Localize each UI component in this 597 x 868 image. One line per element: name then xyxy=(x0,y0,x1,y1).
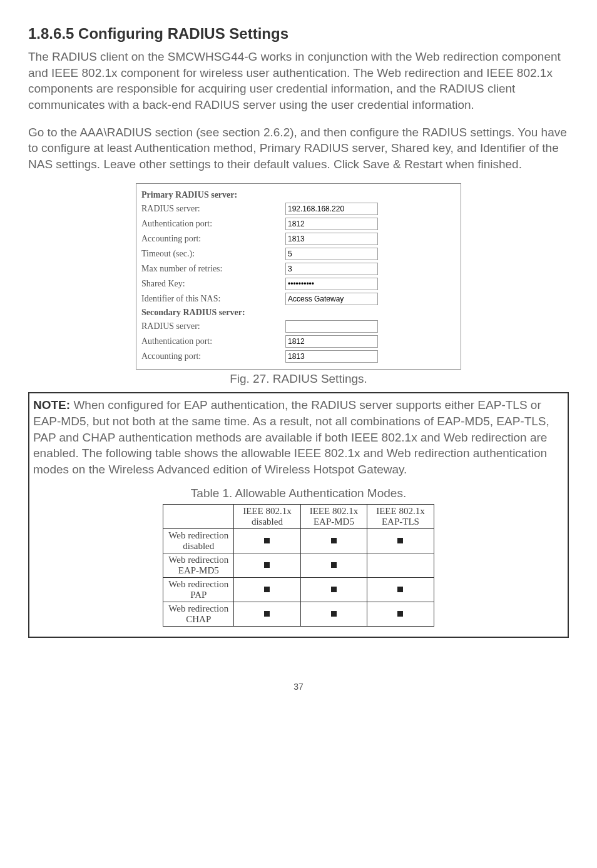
paragraph-1: The RADIUS client on the SMCWHSG44-G wor… xyxy=(28,49,569,113)
input-primary-auth-port[interactable] xyxy=(285,218,378,230)
table-cell xyxy=(300,602,367,626)
table-cell xyxy=(234,577,300,602)
check-mark-icon xyxy=(264,587,270,592)
input-primary-retries[interactable] xyxy=(285,263,378,275)
check-mark-icon xyxy=(264,538,270,543)
note-label: NOTE: xyxy=(33,398,70,411)
table-cell xyxy=(367,577,434,602)
label-timeout: Timeout (sec.): xyxy=(141,249,285,259)
table-cell xyxy=(234,553,300,577)
note-box: NOTE: When configured for EAP authentica… xyxy=(28,392,569,637)
check-mark-icon xyxy=(331,587,337,592)
table-col-header: IEEE 802.1xEAP-MD5 xyxy=(300,504,367,528)
table-cell xyxy=(367,602,434,626)
table-cell xyxy=(300,528,367,553)
table-head: IEEE 802.1xdisabledIEEE 802.1xEAP-MD5IEE… xyxy=(163,504,434,528)
label-radius-server: RADIUS server: xyxy=(141,204,285,214)
label-identifier: Identifier of this NAS: xyxy=(141,294,285,304)
input-primary-acct-port[interactable] xyxy=(285,233,378,245)
label-acct-port: Accounting port: xyxy=(141,234,285,244)
label-retries: Max number of retries: xyxy=(141,264,285,274)
check-mark-icon xyxy=(264,611,270,617)
input-secondary-auth-port[interactable] xyxy=(285,335,378,348)
note-body: When configured for EAP authentication, … xyxy=(33,398,549,476)
check-mark-icon xyxy=(397,538,403,543)
input-secondary-server[interactable] xyxy=(285,320,378,333)
paragraph-2: Go to the AAA\RADIUS section (see sectio… xyxy=(28,124,569,173)
input-secondary-acct-port[interactable] xyxy=(285,350,378,363)
input-primary-identifier[interactable] xyxy=(285,293,378,305)
table-row-header: Web redirectionEAP-MD5 xyxy=(163,553,234,577)
table-row-header: Web redirectiondisabled xyxy=(163,528,234,553)
table-col-header: IEEE 802.1xEAP-TLS xyxy=(367,504,434,528)
auth-modes-table: IEEE 802.1xdisabledIEEE 802.1xEAP-MD5IEE… xyxy=(163,504,434,627)
page-number: 37 xyxy=(28,682,569,692)
table-cell xyxy=(367,553,434,577)
label-shared-key: Shared Key: xyxy=(141,279,285,289)
input-primary-shared-key[interactable] xyxy=(285,278,378,290)
table-row-header: Web redirectionPAP xyxy=(163,577,234,602)
table-corner-cell xyxy=(163,504,234,528)
table-body: Web redirectiondisabledWeb redirectionEA… xyxy=(163,528,434,626)
label-sec-radius-server: RADIUS server: xyxy=(141,321,285,331)
table-cell xyxy=(234,528,300,553)
check-mark-icon xyxy=(397,611,403,617)
table-cell xyxy=(234,602,300,626)
check-mark-icon xyxy=(264,562,270,568)
radius-config-panel: Primary RADIUS server: RADIUS server: Au… xyxy=(136,183,461,370)
label-auth-port: Authentication port: xyxy=(141,219,285,229)
check-mark-icon xyxy=(331,562,337,568)
label-sec-acct-port: Accounting port: xyxy=(141,351,285,361)
input-primary-timeout[interactable] xyxy=(285,248,378,260)
secondary-server-heading: Secondary RADIUS server: xyxy=(141,308,456,318)
check-mark-icon xyxy=(331,611,337,617)
section-heading: 1.8.6.5 Configuring RADIUS Settings xyxy=(28,25,569,43)
table-cell xyxy=(367,528,434,553)
check-mark-icon xyxy=(331,538,337,543)
table-row-header: Web redirectionCHAP xyxy=(163,602,234,626)
label-sec-auth-port: Authentication port: xyxy=(141,336,285,346)
figure-caption: Fig. 27. RADIUS Settings. xyxy=(28,372,569,386)
table-caption: Table 1. Allowable Authentication Modes. xyxy=(33,487,564,500)
table-col-header: IEEE 802.1xdisabled xyxy=(234,504,300,528)
table-cell xyxy=(300,577,367,602)
note-text: NOTE: When configured for EAP authentica… xyxy=(33,397,564,477)
table-cell xyxy=(300,553,367,577)
input-primary-server[interactable] xyxy=(285,203,378,215)
check-mark-icon xyxy=(397,587,403,592)
primary-server-heading: Primary RADIUS server: xyxy=(141,190,456,200)
